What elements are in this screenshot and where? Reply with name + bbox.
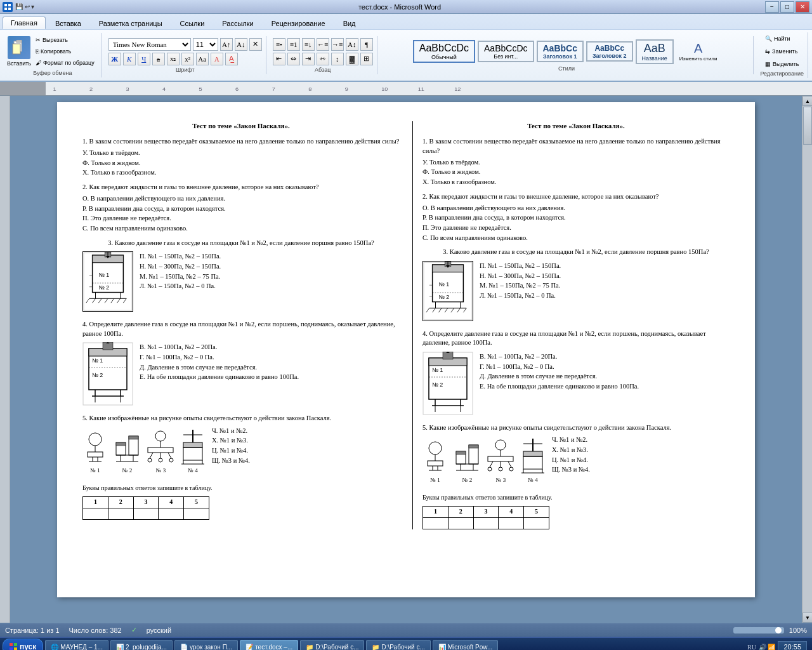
taskbar-item-1[interactable]: 📊 2_polugodija... bbox=[110, 640, 173, 650]
taskbar-label-4: D:\Рабочий с... bbox=[315, 644, 358, 651]
clear-format-button[interactable]: ✕ bbox=[249, 38, 262, 51]
grow-font-button[interactable]: A↑ bbox=[220, 38, 233, 51]
find-button[interactable]: 🔍 Найти bbox=[762, 34, 802, 44]
select-button[interactable]: ▦ Выделить bbox=[762, 59, 802, 69]
paste-icon bbox=[8, 36, 30, 59]
highlight-button[interactable]: А bbox=[211, 53, 223, 65]
format-paint-button[interactable]: 🖌 Формат по образцу bbox=[32, 58, 98, 68]
left-column: Тест по теме «Закон Паскаля». 1. В каком… bbox=[82, 121, 400, 529]
increase-indent-button[interactable]: →≡ bbox=[331, 38, 344, 51]
change-style-button[interactable]: A Изменить стили bbox=[676, 39, 721, 63]
svg-text:№ 1: № 1 bbox=[98, 272, 109, 278]
superscript-button[interactable]: х² bbox=[181, 53, 194, 65]
word-count: Число слов: 382 bbox=[69, 627, 122, 634]
taskbar-item-3[interactable]: 📝 тест.docx –... bbox=[240, 640, 298, 650]
underline-button[interactable]: Ч bbox=[138, 53, 150, 65]
style-heading1[interactable]: AaBbCc Заголовок 1 bbox=[537, 41, 584, 62]
exp4-label: № 4 bbox=[180, 467, 206, 475]
bold-button[interactable]: Ж bbox=[108, 53, 121, 65]
tab-home[interactable]: Главная bbox=[3, 17, 46, 29]
svg-point-118 bbox=[429, 442, 442, 454]
svg-text:8: 8 bbox=[308, 86, 311, 92]
clipboard-group-content: Вставить ✂ Вырезать ⎘ Копировать 🖌 Форма… bbox=[8, 34, 98, 69]
numbered-button[interactable]: ≡1 bbox=[287, 38, 300, 51]
line-spacing-button[interactable]: ↕ bbox=[331, 53, 344, 65]
tray-icons: 🔊 📶 bbox=[759, 644, 776, 651]
align-center-button[interactable]: ⇔ bbox=[287, 53, 300, 65]
document-columns: Тест по теме «Закон Паскаля». 1. В каком… bbox=[82, 121, 730, 529]
r-exp1: № 1 bbox=[422, 439, 448, 484]
tab-review[interactable]: Рецензирование bbox=[263, 17, 334, 29]
sort-button[interactable]: A↕ bbox=[346, 38, 358, 51]
start-button[interactable]: пуск bbox=[3, 639, 43, 650]
r-table-cell-3 bbox=[473, 517, 499, 529]
justify-button[interactable]: ⇿ bbox=[317, 53, 329, 65]
italic-button[interactable]: К bbox=[123, 53, 136, 65]
q2-a4: С. По всем направлениям одинаково. bbox=[82, 224, 400, 234]
align-left-button[interactable]: ⇤ bbox=[273, 53, 285, 65]
paste-button[interactable]: Вставить bbox=[8, 34, 30, 69]
zoom-slider[interactable] bbox=[733, 627, 784, 633]
q5-a4: Щ. №3 и №4. bbox=[212, 456, 250, 466]
table-header-2: 2 bbox=[108, 496, 133, 508]
exp3: № 3 bbox=[147, 430, 175, 475]
editing-group: 🔍 Найти ⇆ Заменить ▦ Выделить Редактиров… bbox=[756, 32, 808, 78]
taskbar-item-2[interactable]: 📄 урок закон П... bbox=[174, 640, 238, 650]
decrease-indent-button[interactable]: ←≡ bbox=[317, 38, 329, 51]
q1-a1: У. Только в твёрдом. bbox=[82, 149, 400, 158]
titlebar-left: 💾 ↩ ▾ bbox=[3, 2, 34, 12]
r-q4-block: 4. Определите давление газа в сосуде на … bbox=[422, 329, 730, 418]
taskbar-item-5[interactable]: 📁 D:\Рабочий с... bbox=[366, 640, 430, 650]
tab-insert[interactable]: Вставка bbox=[47, 17, 89, 29]
minimize-button[interactable]: − bbox=[765, 1, 779, 13]
paint-icon: 🖌 bbox=[36, 60, 41, 66]
clipboard-sub: ✂ Вырезать ⎘ Копировать 🖌 Формат по обра… bbox=[32, 35, 98, 68]
r-table-header-1: 1 bbox=[423, 506, 449, 517]
tab-layout[interactable]: Разметка страницы bbox=[91, 17, 171, 29]
font-size-select[interactable]: 11 bbox=[193, 38, 218, 51]
table-header-5: 5 bbox=[184, 496, 209, 508]
scroll-thumb[interactable] bbox=[803, 107, 812, 145]
maximize-button[interactable]: □ bbox=[780, 1, 794, 13]
show-marks-button[interactable]: ¶ bbox=[360, 38, 373, 51]
strikethrough-button[interactable]: а bbox=[152, 53, 165, 65]
style-title[interactable]: AaB Название bbox=[636, 39, 674, 64]
shrink-font-button[interactable]: A↓ bbox=[235, 38, 247, 51]
font-name-select[interactable]: Times New Roman bbox=[108, 38, 191, 51]
q2-block: 2. Как передают жидкости и газы то внешн… bbox=[82, 183, 400, 233]
style-normal[interactable]: AaBbCcDc Обычный bbox=[413, 40, 475, 63]
close-button[interactable]: ✕ bbox=[796, 1, 809, 13]
svg-text:5: 5 bbox=[199, 86, 202, 92]
tab-references[interactable]: Ссылки bbox=[172, 17, 213, 29]
experiments-row: № 1 bbox=[82, 430, 206, 475]
r-answer-table-section: Буквы правильных ответов запишите в табл… bbox=[422, 493, 730, 529]
text-effects-button[interactable]: Аа bbox=[196, 53, 209, 65]
align-right-button[interactable]: ⇥ bbox=[302, 53, 315, 65]
taskbar-item-0[interactable]: 🌐 МАУНЕД – 1... bbox=[45, 640, 108, 650]
subscript-button[interactable]: х₂ bbox=[167, 53, 180, 65]
zoom-thumb[interactable] bbox=[775, 627, 782, 633]
shading-button[interactable]: ▓ bbox=[346, 53, 358, 65]
r-table-header-2: 2 bbox=[448, 506, 473, 517]
window-controls[interactable]: − □ ✕ bbox=[765, 1, 809, 13]
scroll-down-button[interactable]: ▼ bbox=[802, 613, 812, 623]
taskbar-item-6[interactable]: 📊 Microsoft Pow... bbox=[433, 640, 499, 650]
svg-rect-1 bbox=[8, 4, 11, 6]
borders-button[interactable]: ⊞ bbox=[360, 53, 373, 65]
scroll-up-button[interactable]: ▲ bbox=[802, 96, 812, 106]
font-group: Times New Roman 11 A↑ A↓ ✕ Ж К Ч а х₂ х² bbox=[105, 36, 266, 74]
style-no-spacing[interactable]: AaBbCcDc Без инт... bbox=[478, 41, 534, 62]
bullets-button[interactable]: ≡• bbox=[273, 38, 285, 51]
vertical-scrollbar[interactable]: ▲ ▼ bbox=[802, 96, 812, 623]
style-heading2[interactable]: AaBbCc Заголовок 2 bbox=[586, 41, 633, 62]
tab-view[interactable]: Вид bbox=[335, 17, 364, 29]
para-controls: ≡• ≡1 ≡↓ ←≡ →≡ A↕ ¶ ⇤ ⇔ ⇥ ⇿ ↕ ▓ ⊞ bbox=[273, 38, 373, 65]
replace-button[interactable]: ⇆ Заменить bbox=[762, 46, 802, 56]
cut-button[interactable]: ✂ Вырезать bbox=[32, 35, 98, 45]
svg-rect-128 bbox=[469, 445, 478, 448]
multilevel-button[interactable]: ≡↓ bbox=[302, 38, 315, 51]
tab-mailings[interactable]: Рассылки bbox=[214, 17, 261, 29]
font-color-button[interactable]: А̲ bbox=[225, 53, 238, 65]
copy-button[interactable]: ⎘ Копировать bbox=[32, 46, 98, 56]
taskbar-item-4[interactable]: 📁 D:\Рабочий с... bbox=[300, 640, 364, 650]
